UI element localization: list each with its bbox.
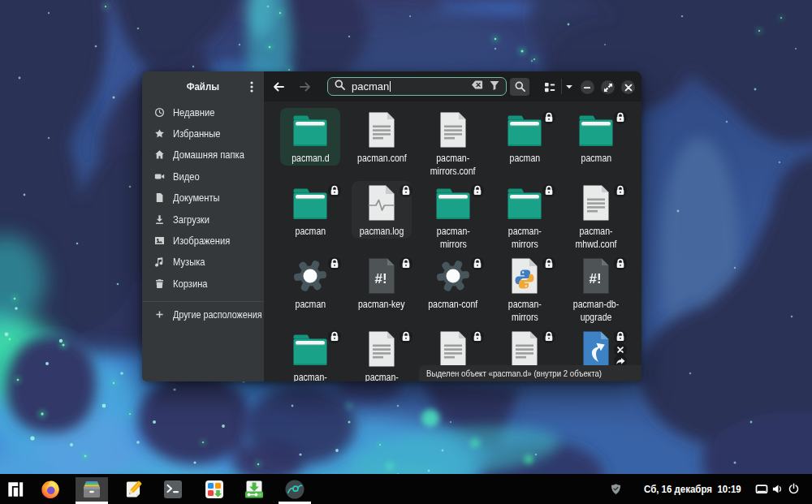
file-item-pacman[interactable]: pacman [280,254,340,312]
firefox-icon [40,479,61,500]
file-item-pacman[interactable]: pacman [495,108,555,166]
lock-emblem [400,330,412,343]
lock-emblem [400,257,412,270]
lock-emblem [328,184,341,197]
taskbar-app-tweaks[interactable] [277,474,313,504]
file-label: pacman-conf [423,299,483,312]
sidebar-item-label: Недавние [173,106,214,118]
file-item-pacman-db-upgrade[interactable]: pacman-db-upgrade [566,254,626,324]
sidebar: Файлы НедавниеИзбранныеДомашняя папкаВид… [142,71,264,381]
file-icon-folder [291,330,330,368]
search-toggle-button[interactable] [510,78,529,96]
close-button[interactable] [621,80,635,94]
package-installer-icon [244,479,265,500]
file-item-pacman-mirrors.conf[interactable]: pacman-mirrors.conf [423,108,483,178]
lock-emblem [328,257,341,270]
file-label: pacman-mirrors.conf [423,153,483,178]
sidebar-item-image[interactable]: Изображения [142,230,264,251]
file-item-pacman-mirrors[interactable]: pacman-mirrors [495,254,555,324]
sidebar-item-home[interactable]: Домашняя папка [142,144,264,166]
sidebar-item-label: Загрузки [173,213,209,226]
taskbar-app-terminal[interactable] [155,474,191,504]
power-icon[interactable] [788,474,800,504]
back-button[interactable] [268,76,289,97]
sidebar-item-label: Корзина [173,278,208,290]
file-item-pacman-mhwd.conf[interactable]: pacman-mhwd.conf [566,181,626,251]
file-label: pacman-mirrors [423,226,483,251]
lock-emblem [614,330,627,343]
file-item-pacman.conf[interactable]: pacman.conf [352,108,412,166]
file-item-pacman[interactable]: pacman [280,181,340,239]
sidebar-item-video[interactable]: Видео [142,166,264,187]
file-item-pacman.log[interactable]: pacman.log [352,181,412,239]
taskbar-app-firefox[interactable] [32,474,68,504]
file-icon-python [505,256,544,295]
taskbar-app-text-editor[interactable] [116,474,152,504]
taskbar-app-manjaro-menu[interactable] [0,474,33,504]
file-grid: pacman.dpacman.confpacman-mirrors.confpa… [264,101,641,381]
text-caret [390,81,391,92]
sidebar-item-doc[interactable]: Документы [142,187,264,209]
desktop: Файлы НедавниеИзбранныеДомашняя папкаВид… [0,0,812,504]
file-item-pacman-mirrors[interactable]: pacman-mirrors [423,181,483,251]
file-label: pacman [566,153,626,166]
sidebar-item-star[interactable]: Избранные [142,123,264,144]
forward-button[interactable] [295,76,316,97]
file-label: pacman [495,153,555,166]
sidebar-item-label: Документы [173,192,220,204]
sidebar-item-other-locations[interactable]: Другие расположения [142,304,264,325]
file-item-pacman-[interactable]: pacman- [352,327,412,381]
file-item-pacman-[interactable]: pacman- [280,327,340,381]
file-icon-folder [291,183,330,222]
image-icon [154,235,165,246]
file-icon-folder [434,183,473,222]
minimize-button[interactable] [581,80,594,94]
security-shield-icon[interactable] [610,474,622,504]
sidebar-item-trash[interactable]: Корзина [142,273,264,294]
files-icon [81,479,102,500]
sidebar-item-label: Видео [173,170,200,183]
restore-button[interactable] [601,80,615,94]
file-icon-log [362,183,401,222]
sidebar-item-label: Домашняя папка [173,149,244,161]
file-item-pacman-conf[interactable]: pacman-conf [423,254,483,312]
file-icon-text [434,330,473,368]
sidebar-item-recent[interactable]: Недавние [142,101,264,123]
filter-icon[interactable] [489,80,500,94]
file-icon-folder [291,110,330,149]
file-icon-script [577,256,615,295]
taskbar-app-software[interactable] [197,474,232,504]
view-options-dropdown[interactable] [560,76,578,97]
manjaro-menu-icon [6,480,24,498]
file-icon-folder [505,110,544,149]
lock-emblem [614,257,627,270]
clock-date-label: Сб, 16 декабря 10:19 [644,483,741,495]
view-toggle-button[interactable] [539,76,559,97]
display-icon[interactable] [755,474,768,504]
sidebar-item-label: Музыка [173,256,205,268]
taskbar-app-package-installer[interactable] [236,474,272,504]
taskbar-app-files[interactable] [76,477,108,502]
main-pane: pacman pacman.dpacman.confpacman-mirrors… [264,71,641,381]
file-icon-text [505,330,544,368]
sidebar-item-music[interactable]: Музыка [142,252,264,273]
clear-search-icon[interactable] [471,79,483,94]
file-item-pacman.d[interactable]: pacman.d [280,108,340,166]
file-label: pacman-db-upgrade [566,299,626,324]
file-item-pacman-mirrors[interactable]: pacman-mirrors [495,181,555,251]
file-item-pacman-key[interactable]: pacman-key [352,254,412,312]
search-text: pacman [352,80,471,93]
file-label: pacman-mhwd.conf [566,226,626,251]
file-label: pacman.d [280,153,340,166]
file-icon-text [434,110,473,149]
recent-icon [154,107,165,118]
clock-date[interactable]: Сб, 16 декабря 10:19 [644,474,758,504]
search-input[interactable]: pacman [327,77,507,96]
lock-emblem [400,184,412,197]
volume-icon[interactable] [771,474,784,504]
file-label: pacman-key [352,299,412,312]
sidebar-item-download[interactable]: Загрузки [142,209,264,230]
file-item-pacman[interactable]: pacman [566,108,626,166]
file-label: pacman [280,299,340,312]
hamburger-menu-button[interactable] [241,76,262,97]
